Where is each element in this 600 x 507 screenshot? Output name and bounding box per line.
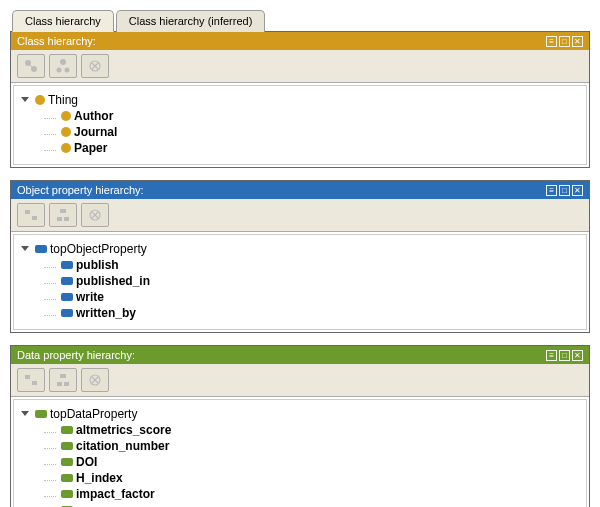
add-child-icon <box>55 58 71 74</box>
svg-rect-12 <box>57 217 62 221</box>
tree-node-label: H_index <box>76 471 123 485</box>
data-property-icon <box>61 442 73 450</box>
panel-window-controls: ≡ □ ✕ <box>546 350 583 361</box>
tree-line-icon <box>44 475 56 481</box>
tree-root-node[interactable]: topObjectProperty <box>22 241 578 257</box>
class-children: Author Journal Paper <box>22 108 578 156</box>
expand-caret-icon[interactable] <box>22 409 32 419</box>
class-hierarchy-header: Class hierarchy: ≡ □ ✕ <box>11 32 589 50</box>
panel-minimize-icon[interactable]: □ <box>559 185 570 196</box>
tab-class-hierarchy[interactable]: Class hierarchy <box>12 10 114 32</box>
delete-icon <box>87 372 103 388</box>
data-property-header: Data property hierarchy: ≡ □ ✕ <box>11 346 589 364</box>
panel-close-icon[interactable]: ✕ <box>572 36 583 47</box>
tree-node[interactable]: impact_factor <box>44 486 578 502</box>
tree-node[interactable]: write <box>44 289 578 305</box>
tree-line-icon <box>44 294 56 300</box>
delete-property-button[interactable] <box>81 368 109 392</box>
tab-class-hierarchy-inferred[interactable]: Class hierarchy (inferred) <box>116 10 265 32</box>
tree-node-label: Journal <box>74 125 117 139</box>
tree-line-icon <box>44 145 56 151</box>
data-property-title: Data property hierarchy: <box>17 349 135 361</box>
svg-rect-9 <box>25 210 30 214</box>
tree-node-label: impact_factor <box>76 487 155 501</box>
tree-root-node[interactable]: topDataProperty <box>22 406 578 422</box>
tree-node-label: publish <box>76 258 119 272</box>
svg-point-3 <box>60 59 66 65</box>
tree-node-label: Author <box>74 109 113 123</box>
add-child-class-button[interactable] <box>49 54 77 78</box>
tree-line-icon <box>44 129 56 135</box>
panel-close-icon[interactable]: ✕ <box>572 185 583 196</box>
tree-node-label: news_score <box>76 503 145 507</box>
data-children: altmetrics_score citation_number DOI H_i… <box>22 422 578 507</box>
tree-node-label: Paper <box>74 141 107 155</box>
expand-caret-icon[interactable] <box>22 244 32 254</box>
delete-icon <box>87 58 103 74</box>
object-property-icon <box>61 277 73 285</box>
panel-minimize-icon[interactable]: □ <box>559 350 570 361</box>
add-sibling-property-button[interactable] <box>17 368 45 392</box>
add-sibling-property-button[interactable] <box>17 203 45 227</box>
tree-root-node[interactable]: Thing <box>22 92 578 108</box>
tree-line-icon <box>44 278 56 284</box>
svg-point-5 <box>65 68 70 73</box>
class-hierarchy-title: Class hierarchy: <box>17 35 96 47</box>
svg-line-2 <box>29 64 33 68</box>
svg-rect-20 <box>57 382 62 386</box>
data-property-icon <box>35 410 47 418</box>
add-sibling-icon <box>23 372 39 388</box>
tree-node[interactable]: Paper <box>44 140 578 156</box>
class-icon <box>61 111 71 121</box>
tree-node-label: published_in <box>76 274 150 288</box>
panel-pin-icon[interactable]: ≡ <box>546 350 557 361</box>
tree-node[interactable]: Journal <box>44 124 578 140</box>
add-sibling-icon <box>23 207 39 223</box>
tree-line-icon <box>44 113 56 119</box>
add-child-property-button[interactable] <box>49 368 77 392</box>
add-sibling-class-button[interactable] <box>17 54 45 78</box>
object-property-header: Object property hierarchy: ≡ □ ✕ <box>11 181 589 199</box>
svg-rect-17 <box>25 375 30 379</box>
delete-icon <box>87 207 103 223</box>
panel-close-icon[interactable]: ✕ <box>572 350 583 361</box>
class-toolbar <box>11 50 589 83</box>
data-property-icon <box>61 490 73 498</box>
add-child-property-button[interactable] <box>49 203 77 227</box>
data-tree[interactable]: topDataProperty altmetrics_score citatio… <box>13 399 587 507</box>
tree-node-label: DOI <box>76 455 97 469</box>
object-property-icon <box>61 261 73 269</box>
tree-line-icon <box>44 427 56 433</box>
tree-node[interactable]: altmetrics_score <box>44 422 578 438</box>
object-property-icon <box>35 245 47 253</box>
tree-node[interactable]: H_index <box>44 470 578 486</box>
data-property-icon <box>61 458 73 466</box>
class-icon <box>35 95 45 105</box>
class-tree[interactable]: Thing Author Journal Paper <box>13 85 587 165</box>
expand-caret-icon[interactable] <box>22 95 32 105</box>
add-child-icon <box>55 207 71 223</box>
data-toolbar <box>11 364 589 397</box>
tree-node[interactable]: citation_number <box>44 438 578 454</box>
tree-node[interactable]: DOI <box>44 454 578 470</box>
tree-node[interactable]: published_in <box>44 273 578 289</box>
panel-pin-icon[interactable]: ≡ <box>546 36 557 47</box>
panel-window-controls: ≡ □ ✕ <box>546 36 583 47</box>
tree-node-label: altmetrics_score <box>76 423 171 437</box>
add-sibling-icon <box>23 58 39 74</box>
delete-class-button[interactable] <box>81 54 109 78</box>
tree-root-label: Thing <box>48 93 78 107</box>
svg-rect-21 <box>64 382 69 386</box>
class-icon <box>61 127 71 137</box>
panel-minimize-icon[interactable]: □ <box>559 36 570 47</box>
data-property-icon <box>61 426 73 434</box>
panel-pin-icon[interactable]: ≡ <box>546 185 557 196</box>
delete-property-button[interactable] <box>81 203 109 227</box>
class-icon <box>61 143 71 153</box>
tree-node[interactable]: written_by <box>44 305 578 321</box>
tree-node[interactable]: news_score <box>44 502 578 507</box>
tree-node[interactable]: Author <box>44 108 578 124</box>
object-tree[interactable]: topObjectProperty publish published_in w… <box>13 234 587 330</box>
tree-node[interactable]: publish <box>44 257 578 273</box>
svg-rect-13 <box>64 217 69 221</box>
